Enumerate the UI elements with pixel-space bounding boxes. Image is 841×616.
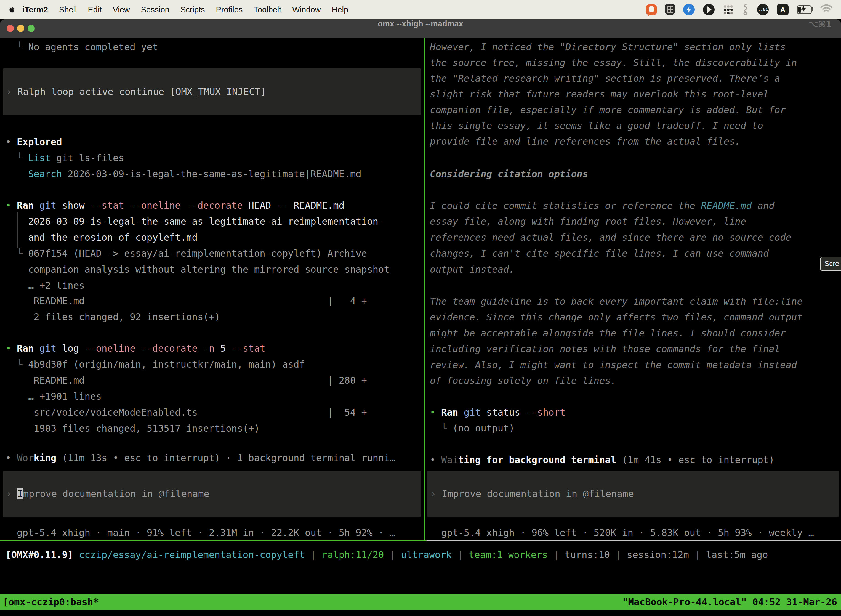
window-title-bar: omx --xhigh --madmax ⌥⌘1 (0, 19, 841, 38)
terminal-line: └ No agents completed yet (6, 39, 158, 55)
terminal-line: essay file, along with finding root file… (430, 214, 746, 229)
blue-bolt-icon[interactable] (683, 4, 695, 15)
terminal-line: of focusing solely on file lines. (430, 373, 617, 389)
screen-recording-icon[interactable] (646, 4, 657, 15)
terminal-line: src/voice/voiceModeEnabled.ts | 54 + (6, 405, 367, 420)
terminal-line: 2 files changed, 92 insertions(+) (6, 309, 220, 325)
apple-menu-icon[interactable] (8, 5, 16, 14)
terminal-line: this single essay, it seems like a good … (430, 118, 763, 133)
terminal-line: evidence. Since this change only affects… (430, 309, 803, 325)
terminal-line: the "Related research writing" section i… (430, 70, 780, 87)
terminal-line: • Working (11m 13s • esc to interrupt) ·… (6, 450, 395, 466)
pane-border-right-bottom (426, 540, 841, 541)
tab-shortcut-badge: ⌥⌘1 (809, 19, 832, 29)
terminal-line: … +2 lines (6, 278, 85, 293)
menu-item-scripts[interactable]: Scripts (175, 5, 211, 14)
pane-border-left-bottom (0, 540, 426, 541)
menu-item-view[interactable]: View (107, 5, 135, 14)
tmux-pane-right[interactable]: › Improve documentation in @filename How… (424, 38, 841, 540)
terminal-line: Considering citation options (430, 166, 588, 182)
menu-item-app[interactable]: iTerm2 (16, 5, 54, 14)
tmux-pane-left[interactable]: › Ralph loop active continue [OMX_TMUX_I… (0, 38, 424, 540)
terminal-line: 1903 files changed, 513517 insertions(+) (6, 421, 259, 436)
window-title: omx --xhigh --madmax (0, 19, 841, 28)
tmux-status-bar: [omx-cczip0:bash* "MacBook-Pro-44.local"… (0, 594, 841, 610)
tmux-host-clock-label: "MacBook-Pro-44.local" 04:52 31-Mar-26 (623, 594, 837, 610)
terminal-line: provide file and line references from th… (430, 133, 741, 149)
terminal-line: └ 067f154 (HEAD -> essay/ai-reimplementa… (6, 246, 367, 261)
terminal-line: • Ran git show --stat --oneline --decora… (6, 198, 344, 213)
menu-item-help[interactable]: Help (326, 5, 354, 14)
terminal-line: └ (no output) (430, 420, 514, 436)
wifi-icon[interactable] (820, 4, 835, 16)
pane-divider[interactable] (424, 38, 425, 541)
terminal-line: companion file, especially if more comme… (430, 102, 786, 118)
terminal-line: and-the-erosion-of-copyleft.md (6, 230, 198, 245)
prompt-text-right: › Improve documentation in @filename (427, 486, 634, 502)
terminal-line: the source tree, missing the essay. Stil… (430, 55, 797, 70)
terminal-line: • Waiting for background terminal (1m 41… (430, 452, 775, 468)
timer-badge-icon[interactable]: ..61 (757, 4, 769, 15)
terminal-line: • Explored (6, 134, 62, 150)
terminal-line: The team guideline is to back every impo… (430, 294, 803, 309)
menu-item-edit[interactable]: Edit (82, 5, 107, 14)
dots-grid-icon[interactable] (723, 4, 733, 15)
terminal-line: including verification notes with those … (430, 341, 780, 357)
menu-item-window[interactable]: Window (287, 5, 326, 14)
ralph-input-text: › Ralph loop active continue [OMX_TMUX_I… (3, 84, 266, 100)
terminal-line: references need actual files, and since … (430, 230, 791, 245)
terminal-line: README.md | 280 + (6, 373, 367, 388)
terminal-line: └ 4b9d30f (origin/main, instructkr/main,… (6, 356, 305, 372)
squiggle-icon[interactable] (742, 4, 749, 15)
terminal-line: • Ran git status --short (430, 405, 566, 420)
menu-item-toolbelt[interactable]: Toolbelt (248, 5, 287, 14)
screen-overlay-button[interactable]: Scre (820, 257, 841, 271)
battery-charging-icon[interactable] (797, 5, 812, 14)
menu-item-profiles[interactable]: Profiles (211, 5, 248, 14)
menu-item-session[interactable]: Session (135, 5, 175, 14)
agent-prompt-input-right[interactable]: › Improve documentation in @filename (427, 471, 839, 517)
terminal-line: └ List git ls-files (6, 150, 124, 166)
keyboard-layout-icon[interactable]: A (777, 4, 788, 15)
terminal-line: changes, I can't cite specific file line… (430, 246, 769, 261)
terminal-line: output instead. (430, 262, 514, 277)
terminal-line: slight risk that future readers may over… (430, 87, 769, 102)
terminal-line: 2026-03-09-is-legal-the-same-as-legitima… (6, 214, 384, 229)
terminal-line: I could cite commit statistics or refere… (430, 198, 775, 214)
terminal-line: Search 2026-03-09-is-legal-the-same-as-l… (6, 166, 362, 182)
terminal-line: gpt-5.4 xhigh · 96% left · 520K in · 5.8… (430, 525, 814, 540)
terminal-line: • Ran git log --oneline --decorate -n 5 … (6, 340, 265, 356)
prompt-text-left: › Improve documentation in @filename (3, 486, 210, 502)
menu-bar-status-icons: ..61 A (646, 4, 841, 16)
menu-bar: iTerm2 Shell Edit View Session Scripts P… (0, 0, 841, 19)
dark-crescent-icon[interactable] (703, 4, 715, 15)
terminal-content: › Ralph loop active continue [OMX_TMUX_I… (0, 38, 841, 616)
agent-prompt-input-left[interactable]: › Improve documentation in @filename (3, 471, 421, 517)
terminal-line: companion analysis without altering the … (6, 262, 390, 277)
tmux-session-label: [omx-cczip0:bash* (3, 594, 99, 610)
terminal-line: … +1901 lines (6, 389, 101, 404)
terminal-line: review. Also, I might want to inspect th… (430, 357, 797, 373)
menu-item-shell[interactable]: Shell (54, 5, 82, 14)
terminal-line: might be acceptable alongside the file l… (430, 326, 786, 341)
terminal-line: gpt-5.4 xhigh · main · 91% left · 2.31M … (6, 525, 395, 540)
terminal-line: README.md | 4 + (6, 293, 367, 309)
agent-input-box-ralph[interactable]: › Ralph loop active continue [OMX_TMUX_I… (3, 69, 421, 115)
terminal-line: However, I noticed the "Directory Struct… (430, 39, 786, 55)
omx-status-line: [OMX#0.11.9] cczip/essay/ai-reimplementa… (6, 547, 768, 563)
shield-grid-icon[interactable] (665, 4, 675, 15)
